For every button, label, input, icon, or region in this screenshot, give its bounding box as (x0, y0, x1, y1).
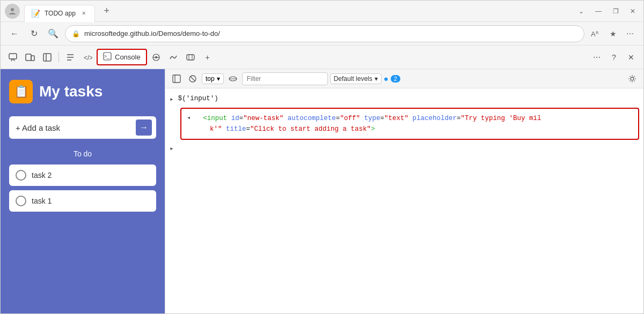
tab-close-button[interactable]: × (80, 9, 88, 18)
svg-text:</>: </> (84, 54, 92, 62)
svg-rect-15 (173, 75, 180, 83)
address-bar: ← ↻ 🔍 🔒 microsoftedge.github.io/Demos/de… (1, 22, 643, 46)
console-result-box: ◂ <input id="new-task" autocomplete="off… (180, 108, 639, 140)
address-right-icons: Aᴿ ★ ⋯ (589, 27, 637, 41)
inspect-element-icon[interactable] (5, 49, 21, 65)
restore-button[interactable]: ❐ (609, 5, 622, 18)
next-prompt-icon: ▸ (170, 144, 174, 153)
console-icon: >_ (103, 52, 112, 62)
task-item[interactable]: task 1 (9, 190, 156, 212)
window-controls: ⌄ — ❐ ✕ (575, 5, 639, 18)
console-command: $('input') (178, 95, 218, 102)
live-expression-icon[interactable] (226, 72, 240, 86)
add-panel-icon[interactable]: + (200, 49, 216, 65)
console-result-text1: <input id="new-task" autocomplete="off" … (195, 113, 541, 124)
tab-title: TODO app (45, 10, 76, 17)
console-result-line1: ◂ <input id="new-task" autocomplete="off… (187, 113, 633, 124)
todo-app-title: My tasks (39, 83, 103, 100)
tab-favicon: 📝 (31, 9, 40, 18)
console-tab-button[interactable]: >_ Console (97, 49, 147, 65)
device-emulation-icon[interactable] (22, 49, 38, 65)
more-options-icon[interactable]: ⋯ (589, 49, 605, 65)
devtools-panel: top ▾ Default levels ▾ ● 2 (165, 69, 643, 313)
task-item[interactable]: task 2 (9, 165, 156, 186)
close-button[interactable]: ✕ (626, 5, 639, 18)
context-label: top (206, 75, 215, 83)
memory-icon[interactable] (182, 49, 199, 65)
console-next-prompt: ▸ (170, 142, 639, 153)
message-type-icon: ● (384, 74, 389, 83)
read-aloud-icon[interactable]: Aᴿ (589, 27, 603, 41)
result-arrow-icon: ◂ (187, 113, 191, 123)
add-task-label: + Add a task (16, 123, 60, 132)
url-text: microsoftedge.github.io/Demos/demo-to-do… (84, 29, 577, 38)
toolbar-separator (58, 52, 59, 63)
reload-button[interactable]: ↻ (26, 26, 41, 41)
new-tab-button[interactable]: + (99, 4, 114, 19)
back-button[interactable]: ← (7, 26, 22, 41)
console-input-line: ▸ $('input') (170, 93, 639, 106)
profile-avatar[interactable] (5, 4, 20, 19)
help-icon[interactable]: ? (606, 49, 622, 65)
devtools-toolbar: </> >_ Console + ⋯ ? ✕ (1, 46, 643, 69)
console-input-prompt: ▸ (170, 95, 174, 103)
todo-app-sidebar: 📋 My tasks + Add a task → To do task 2 t… (1, 69, 165, 313)
svg-rect-2 (9, 54, 17, 59)
console-result-line2: k'" title="Click to start adding a task"… (187, 124, 633, 134)
execution-context-selector[interactable]: top ▾ (202, 73, 224, 84)
main-content: 📋 My tasks + Add a task → To do task 2 t… (1, 69, 643, 313)
task-label: task 2 (32, 171, 52, 180)
task-checkbox[interactable] (16, 170, 26, 181)
more-tools-icon[interactable]: ⋯ (623, 27, 637, 41)
console-tab-label: Console (115, 53, 141, 61)
todo-header: 📋 My tasks (9, 80, 156, 103)
sources-icon[interactable]: </> (79, 49, 96, 65)
toggle-sidebar-icon[interactable] (39, 49, 55, 65)
lock-icon: 🔒 (72, 30, 80, 38)
active-tab[interactable]: 📝 TODO app × (24, 5, 95, 22)
task-checkbox[interactable] (16, 196, 26, 206)
console-result-text2: k'" title="Click to start adding a task"… (202, 124, 375, 134)
svg-rect-5 (43, 54, 51, 61)
clear-console-icon[interactable] (186, 72, 200, 86)
svg-rect-3 (26, 54, 31, 61)
performance-icon[interactable] (165, 49, 181, 65)
add-task-arrow-button[interactable]: → (136, 119, 152, 136)
arrow-right-icon: → (140, 123, 148, 132)
browser-window: 📝 TODO app × + ⌄ — ❐ ✕ ← ↻ 🔍 🔒 microsoft… (0, 0, 644, 314)
title-bar: 📝 TODO app × + ⌄ — ❐ ✕ (1, 1, 643, 22)
log-level-arrow: ▾ (375, 75, 378, 83)
add-task-row[interactable]: + Add a task → (9, 116, 156, 139)
console-output: ▸ $('input') ◂ <input id="new-task" auto… (165, 88, 643, 313)
tab-bar: 📝 TODO app × + (24, 3, 575, 20)
svg-line-18 (191, 77, 195, 81)
svg-rect-4 (31, 56, 34, 61)
url-bar[interactable]: 🔒 microsoftedge.github.io/Demos/demo-to-… (65, 25, 584, 42)
console-settings-icon[interactable] (625, 72, 639, 86)
network-icon[interactable] (148, 49, 164, 65)
svg-text:Aᴿ: Aᴿ (591, 30, 599, 38)
console-filter-input[interactable] (242, 72, 328, 85)
log-level-selector[interactable]: Default levels ▾ (330, 73, 382, 84)
message-count-badge: 2 (391, 75, 400, 83)
minimize-button[interactable]: — (592, 5, 605, 18)
todo-app-icon: 📋 (9, 80, 33, 103)
console-sidebar-toggle[interactable] (170, 72, 184, 86)
svg-rect-12 (187, 55, 194, 60)
task-label: task 1 (32, 197, 52, 205)
badge-area: ● 2 (384, 74, 400, 83)
log-level-label: Default levels (334, 75, 372, 83)
devtools-close-icon[interactable]: ✕ (623, 49, 639, 65)
dropdown-arrow-icon: ▾ (217, 75, 220, 83)
favorites-icon[interactable]: ★ (606, 27, 620, 41)
svg-point-0 (11, 8, 14, 11)
search-button[interactable]: 🔍 (46, 26, 61, 41)
chevron-down-button[interactable]: ⌄ (575, 5, 588, 18)
console-toolbar: top ▾ Default levels ▾ ● 2 (165, 69, 643, 88)
svg-point-21 (631, 77, 634, 80)
elements-icon[interactable] (62, 49, 78, 65)
todo-section-title: To do (9, 149, 156, 158)
svg-text:>_: >_ (104, 54, 110, 59)
